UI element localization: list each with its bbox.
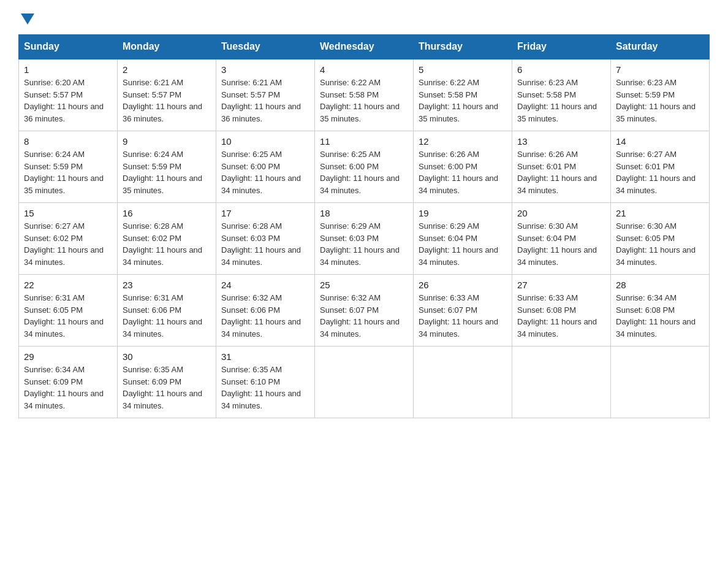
calendar-cell: 26 Sunrise: 6:33 AM Sunset: 6:07 PM Dayl… (414, 275, 512, 347)
day-number: 11 (320, 136, 408, 147)
sunrise-label: Sunrise: 6:25 AM (320, 150, 381, 159)
sunrise-label: Sunrise: 6:31 AM (24, 293, 85, 302)
cell-content: Sunrise: 6:20 AM Sunset: 5:57 PM Dayligh… (24, 77, 112, 124)
day-header-friday: Friday (512, 35, 611, 59)
sunset-label: Sunset: 6:08 PM (517, 305, 576, 315)
calendar-cell: 5 Sunrise: 6:22 AM Sunset: 5:58 PM Dayli… (414, 59, 512, 131)
daylight-label: Daylight: 11 hours and 34 minutes. (517, 174, 597, 195)
day-number: 14 (616, 136, 704, 147)
day-number: 15 (24, 208, 112, 218)
sunrise-label: Sunrise: 6:24 AM (123, 150, 183, 159)
cell-content: Sunrise: 6:23 AM Sunset: 5:59 PM Dayligh… (616, 77, 704, 124)
calendar-cell: 12 Sunrise: 6:26 AM Sunset: 6:00 PM Dayl… (414, 131, 512, 203)
sunset-label: Sunset: 6:00 PM (221, 162, 280, 171)
calendar-cell: 25 Sunrise: 6:32 AM Sunset: 6:07 PM Dayl… (315, 275, 414, 347)
daylight-label: Daylight: 11 hours and 34 minutes. (221, 245, 301, 267)
calendar-cell: 20 Sunrise: 6:30 AM Sunset: 6:04 PM Dayl… (512, 203, 611, 275)
sunrise-label: Sunrise: 6:32 AM (320, 293, 381, 302)
sunset-label: Sunset: 5:58 PM (419, 90, 477, 99)
sunrise-label: Sunrise: 6:34 AM (24, 365, 85, 374)
sunset-label: Sunset: 5:58 PM (517, 90, 576, 99)
daylight-label: Daylight: 11 hours and 36 minutes. (221, 102, 301, 123)
daylight-label: Daylight: 11 hours and 36 minutes. (123, 102, 202, 123)
calendar-cell: 8 Sunrise: 6:24 AM Sunset: 5:59 PM Dayli… (19, 131, 118, 203)
day-number: 29 (24, 351, 112, 362)
cell-content: Sunrise: 6:22 AM Sunset: 5:58 PM Dayligh… (419, 77, 507, 124)
cell-content: Sunrise: 6:33 AM Sunset: 6:08 PM Dayligh… (517, 292, 605, 340)
sunrise-label: Sunrise: 6:20 AM (24, 78, 85, 87)
daylight-label: Daylight: 11 hours and 34 minutes. (320, 245, 400, 267)
calendar-cell: 17 Sunrise: 6:28 AM Sunset: 6:03 PM Dayl… (216, 203, 315, 275)
daylight-label: Daylight: 11 hours and 34 minutes. (123, 245, 202, 267)
day-number: 5 (419, 64, 507, 75)
calendar-cell: 31 Sunrise: 6:35 AM Sunset: 6:10 PM Dayl… (216, 347, 315, 418)
cell-content: Sunrise: 6:35 AM Sunset: 6:09 PM Dayligh… (123, 364, 211, 412)
cell-content: Sunrise: 6:26 AM Sunset: 6:01 PM Dayligh… (517, 148, 605, 196)
cell-content: Sunrise: 6:26 AM Sunset: 6:00 PM Dayligh… (419, 148, 507, 196)
sunrise-label: Sunrise: 6:33 AM (517, 293, 578, 302)
sunrise-label: Sunrise: 6:30 AM (517, 221, 578, 231)
calendar-cell: 6 Sunrise: 6:23 AM Sunset: 5:58 PM Dayli… (512, 59, 611, 131)
cell-content: Sunrise: 6:31 AM Sunset: 6:05 PM Dayligh… (24, 292, 112, 340)
sunset-label: Sunset: 5:57 PM (24, 90, 83, 99)
sunset-label: Sunset: 6:09 PM (24, 377, 83, 386)
daylight-label: Daylight: 11 hours and 34 minutes. (616, 317, 696, 339)
cell-content: Sunrise: 6:21 AM Sunset: 5:57 PM Dayligh… (123, 77, 211, 124)
page-header (18, 12, 710, 22)
cell-content: Sunrise: 6:23 AM Sunset: 5:58 PM Dayligh… (517, 77, 605, 124)
cell-content: Sunrise: 6:30 AM Sunset: 6:05 PM Dayligh… (616, 220, 704, 268)
daylight-label: Daylight: 11 hours and 34 minutes. (616, 245, 696, 267)
day-number: 2 (123, 64, 211, 75)
daylight-label: Daylight: 11 hours and 35 minutes. (616, 102, 696, 123)
calendar-cell: 10 Sunrise: 6:25 AM Sunset: 6:00 PM Dayl… (216, 131, 315, 203)
sunrise-label: Sunrise: 6:23 AM (517, 78, 578, 87)
sunset-label: Sunset: 5:57 PM (123, 90, 181, 99)
sunset-label: Sunset: 6:05 PM (24, 305, 83, 315)
day-number: 17 (221, 208, 309, 218)
day-number: 27 (517, 280, 605, 290)
daylight-label: Daylight: 11 hours and 34 minutes. (517, 317, 597, 339)
daylight-label: Daylight: 11 hours and 34 minutes. (419, 174, 498, 195)
sunset-label: Sunset: 6:02 PM (24, 234, 83, 243)
cell-content: Sunrise: 6:29 AM Sunset: 6:04 PM Dayligh… (419, 220, 507, 268)
calendar-cell: 11 Sunrise: 6:25 AM Sunset: 6:00 PM Dayl… (315, 131, 414, 203)
calendar-cell: 30 Sunrise: 6:35 AM Sunset: 6:09 PM Dayl… (118, 347, 216, 418)
daylight-label: Daylight: 11 hours and 35 minutes. (320, 102, 400, 123)
daylight-label: Daylight: 11 hours and 34 minutes. (517, 245, 597, 267)
day-number: 4 (320, 64, 408, 75)
cell-content: Sunrise: 6:24 AM Sunset: 5:59 PM Dayligh… (24, 148, 112, 196)
calendar-week-row: 15 Sunrise: 6:27 AM Sunset: 6:02 PM Dayl… (19, 203, 710, 275)
sunrise-label: Sunrise: 6:27 AM (24, 221, 85, 231)
sunrise-label: Sunrise: 6:27 AM (616, 150, 677, 159)
sunset-label: Sunset: 6:06 PM (123, 305, 181, 315)
daylight-label: Daylight: 11 hours and 34 minutes. (419, 317, 498, 339)
calendar-cell: 9 Sunrise: 6:24 AM Sunset: 5:59 PM Dayli… (118, 131, 216, 203)
cell-content: Sunrise: 6:29 AM Sunset: 6:03 PM Dayligh… (320, 220, 408, 268)
calendar-cell: 21 Sunrise: 6:30 AM Sunset: 6:05 PM Dayl… (611, 203, 710, 275)
daylight-label: Daylight: 11 hours and 35 minutes. (24, 174, 104, 195)
sunset-label: Sunset: 6:06 PM (221, 305, 280, 315)
day-number: 18 (320, 208, 408, 218)
sunrise-label: Sunrise: 6:22 AM (419, 78, 479, 87)
day-number: 9 (123, 136, 211, 147)
calendar-cell (414, 347, 512, 418)
sunset-label: Sunset: 6:01 PM (517, 162, 576, 171)
daylight-label: Daylight: 11 hours and 34 minutes. (123, 317, 202, 339)
sunset-label: Sunset: 6:01 PM (616, 162, 675, 171)
daylight-label: Daylight: 11 hours and 34 minutes. (24, 317, 104, 339)
sunset-label: Sunset: 6:03 PM (221, 234, 280, 243)
calendar-week-row: 1 Sunrise: 6:20 AM Sunset: 5:57 PM Dayli… (19, 59, 710, 131)
sunset-label: Sunset: 6:02 PM (123, 234, 181, 243)
sunrise-label: Sunrise: 6:30 AM (616, 221, 677, 231)
sunrise-label: Sunrise: 6:35 AM (123, 365, 183, 374)
daylight-label: Daylight: 11 hours and 34 minutes. (221, 317, 301, 339)
calendar-cell: 27 Sunrise: 6:33 AM Sunset: 6:08 PM Dayl… (512, 275, 611, 347)
sunset-label: Sunset: 6:03 PM (320, 234, 379, 243)
cell-content: Sunrise: 6:22 AM Sunset: 5:58 PM Dayligh… (320, 77, 408, 124)
sunset-label: Sunset: 6:07 PM (320, 305, 379, 315)
cell-content: Sunrise: 6:25 AM Sunset: 6:00 PM Dayligh… (221, 148, 309, 196)
calendar-cell: 4 Sunrise: 6:22 AM Sunset: 5:58 PM Dayli… (315, 59, 414, 131)
day-number: 23 (123, 280, 211, 290)
sunset-label: Sunset: 5:58 PM (320, 90, 379, 99)
sunset-label: Sunset: 5:59 PM (123, 162, 181, 171)
